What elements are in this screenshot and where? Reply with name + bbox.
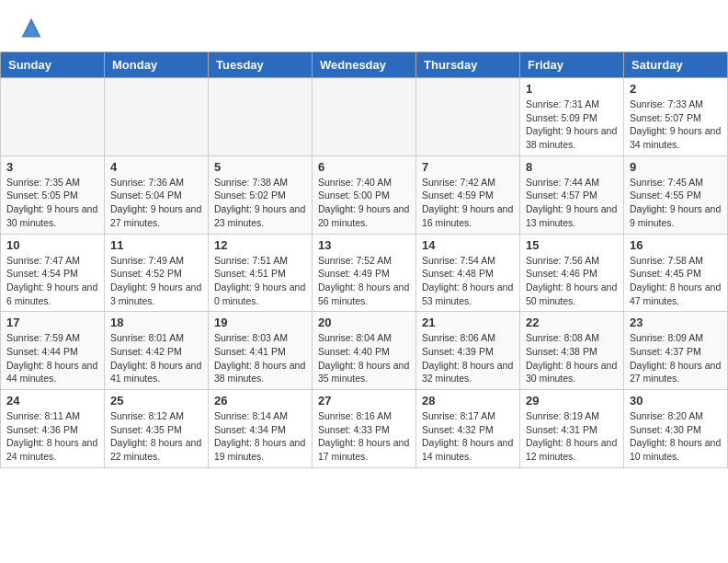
day-info: Sunrise: 8:17 AMSunset: 4:32 PMDaylight:…	[422, 409, 514, 464]
calendar-cell: 13Sunrise: 7:52 AMSunset: 4:49 PMDayligh…	[313, 234, 416, 312]
calendar-cell: 8Sunrise: 7:44 AMSunset: 4:57 PMDaylight…	[520, 155, 624, 234]
calendar-cell: 5Sunrise: 7:38 AMSunset: 5:02 PMDaylight…	[209, 155, 313, 234]
day-info: Sunrise: 7:44 AMSunset: 4:57 PMDaylight:…	[526, 176, 618, 230]
day-info: Sunrise: 7:33 AMSunset: 5:07 PMDaylight:…	[630, 98, 722, 152]
calendar-day-header: Wednesday	[313, 52, 416, 78]
day-info: Sunrise: 7:31 AMSunset: 5:09 PMDaylight:…	[526, 98, 618, 152]
calendar-week-row: 10Sunrise: 7:47 AMSunset: 4:54 PMDayligh…	[1, 234, 728, 312]
day-number: 16	[630, 238, 722, 252]
day-info: Sunrise: 8:19 AMSunset: 4:31 PMDaylight:…	[526, 409, 618, 464]
day-info: Sunrise: 8:01 AMSunset: 4:42 PMDaylight:…	[110, 331, 202, 385]
calendar-header-row: SundayMondayTuesdayWednesdayThursdayFrid…	[1, 52, 728, 78]
day-number: 28	[422, 394, 514, 408]
day-number: 26	[214, 394, 306, 408]
day-info: Sunrise: 8:14 AMSunset: 4:34 PMDaylight:…	[214, 409, 306, 464]
calendar-cell: 19Sunrise: 8:03 AMSunset: 4:41 PMDayligh…	[209, 312, 313, 390]
day-number: 21	[422, 316, 514, 329]
logo-icon	[18, 15, 44, 40]
day-number: 20	[318, 316, 410, 329]
calendar-cell: 18Sunrise: 8:01 AMSunset: 4:42 PMDayligh…	[105, 312, 209, 390]
calendar-cell: 21Sunrise: 8:06 AMSunset: 4:39 PMDayligh…	[416, 312, 520, 390]
day-number: 29	[526, 394, 618, 408]
header	[0, 0, 728, 44]
calendar-cell: 3Sunrise: 7:35 AMSunset: 5:05 PMDaylight…	[1, 155, 105, 234]
calendar-cell: 22Sunrise: 8:08 AMSunset: 4:38 PMDayligh…	[520, 312, 624, 390]
day-number: 5	[214, 160, 306, 174]
day-number: 18	[110, 316, 202, 329]
day-info: Sunrise: 8:03 AMSunset: 4:41 PMDaylight:…	[214, 331, 306, 385]
calendar-cell: 14Sunrise: 7:54 AMSunset: 4:48 PMDayligh…	[416, 234, 520, 312]
calendar-day-header: Saturday	[624, 52, 728, 78]
day-number: 12	[214, 238, 306, 252]
calendar-cell: 15Sunrise: 7:56 AMSunset: 4:46 PMDayligh…	[520, 234, 624, 312]
logo	[18, 15, 48, 40]
calendar-week-row: 1Sunrise: 7:31 AMSunset: 5:09 PMDaylight…	[1, 78, 728, 156]
calendar-week-row: 3Sunrise: 7:35 AMSunset: 5:05 PMDaylight…	[1, 155, 728, 234]
day-number: 14	[422, 238, 514, 252]
calendar-cell: 24Sunrise: 8:11 AMSunset: 4:36 PMDayligh…	[1, 390, 105, 468]
day-number: 19	[214, 316, 306, 329]
day-info: Sunrise: 7:56 AMSunset: 4:46 PMDaylight:…	[526, 254, 618, 308]
calendar-cell: 25Sunrise: 8:12 AMSunset: 4:35 PMDayligh…	[105, 390, 209, 468]
calendar-cell: 17Sunrise: 7:59 AMSunset: 4:44 PMDayligh…	[1, 312, 105, 390]
day-info: Sunrise: 7:58 AMSunset: 4:45 PMDaylight:…	[630, 254, 722, 308]
day-info: Sunrise: 7:36 AMSunset: 5:04 PMDaylight:…	[110, 176, 202, 230]
day-number: 10	[6, 238, 98, 252]
calendar-cell: 23Sunrise: 8:09 AMSunset: 4:37 PMDayligh…	[624, 312, 728, 390]
day-number: 24	[6, 394, 98, 408]
calendar-cell	[209, 78, 313, 156]
calendar-day-header: Thursday	[416, 52, 520, 78]
day-info: Sunrise: 8:20 AMSunset: 4:30 PMDaylight:…	[630, 409, 722, 464]
day-number: 7	[422, 160, 514, 174]
calendar-cell: 2Sunrise: 7:33 AMSunset: 5:07 PMDaylight…	[624, 78, 728, 156]
calendar-cell: 6Sunrise: 7:40 AMSunset: 5:00 PMDaylight…	[313, 155, 416, 234]
day-info: Sunrise: 7:59 AMSunset: 4:44 PMDaylight:…	[6, 331, 98, 385]
calendar-cell: 16Sunrise: 7:58 AMSunset: 4:45 PMDayligh…	[624, 234, 728, 312]
day-number: 3	[6, 160, 98, 174]
calendar-day-header: Friday	[520, 52, 624, 78]
calendar-cell: 1Sunrise: 7:31 AMSunset: 5:09 PMDaylight…	[520, 78, 624, 156]
day-number: 23	[630, 316, 722, 329]
calendar-cell: 10Sunrise: 7:47 AMSunset: 4:54 PMDayligh…	[1, 234, 105, 312]
calendar-cell: 26Sunrise: 8:14 AMSunset: 4:34 PMDayligh…	[209, 390, 313, 468]
day-info: Sunrise: 7:42 AMSunset: 4:59 PMDaylight:…	[422, 176, 514, 230]
day-info: Sunrise: 7:40 AMSunset: 5:00 PMDaylight:…	[318, 176, 410, 230]
day-info: Sunrise: 8:06 AMSunset: 4:39 PMDaylight:…	[422, 331, 514, 385]
day-info: Sunrise: 7:47 AMSunset: 4:54 PMDaylight:…	[6, 254, 98, 308]
calendar-day-header: Monday	[105, 52, 209, 78]
day-info: Sunrise: 8:04 AMSunset: 4:40 PMDaylight:…	[318, 331, 410, 385]
day-info: Sunrise: 8:11 AMSunset: 4:36 PMDaylight:…	[6, 409, 98, 464]
calendar-cell	[105, 78, 209, 156]
day-info: Sunrise: 7:49 AMSunset: 4:52 PMDaylight:…	[110, 254, 202, 308]
calendar-day-header: Sunday	[1, 52, 105, 78]
calendar-cell: 20Sunrise: 8:04 AMSunset: 4:40 PMDayligh…	[313, 312, 416, 390]
calendar-cell: 11Sunrise: 7:49 AMSunset: 4:52 PMDayligh…	[105, 234, 209, 312]
day-number: 15	[526, 238, 618, 252]
day-number: 13	[318, 238, 410, 252]
day-info: Sunrise: 7:52 AMSunset: 4:49 PMDaylight:…	[318, 254, 410, 308]
day-info: Sunrise: 8:12 AMSunset: 4:35 PMDaylight:…	[110, 409, 202, 464]
calendar-cell	[416, 78, 520, 156]
day-info: Sunrise: 7:54 AMSunset: 4:48 PMDaylight:…	[422, 254, 514, 308]
calendar-cell: 28Sunrise: 8:17 AMSunset: 4:32 PMDayligh…	[416, 390, 520, 468]
calendar-cell: 29Sunrise: 8:19 AMSunset: 4:31 PMDayligh…	[520, 390, 624, 468]
calendar-cell	[313, 78, 416, 156]
calendar-week-row: 24Sunrise: 8:11 AMSunset: 4:36 PMDayligh…	[1, 390, 728, 468]
day-number: 17	[6, 316, 98, 329]
day-number: 8	[526, 160, 618, 174]
calendar-cell: 27Sunrise: 8:16 AMSunset: 4:33 PMDayligh…	[313, 390, 416, 468]
day-number: 27	[318, 394, 410, 408]
day-number: 6	[318, 160, 410, 174]
day-info: Sunrise: 7:38 AMSunset: 5:02 PMDaylight:…	[214, 176, 306, 230]
calendar-cell: 12Sunrise: 7:51 AMSunset: 4:51 PMDayligh…	[209, 234, 313, 312]
day-number: 11	[110, 238, 202, 252]
day-info: Sunrise: 7:45 AMSunset: 4:55 PMDaylight:…	[630, 176, 722, 230]
day-number: 25	[110, 394, 202, 408]
day-number: 4	[110, 160, 202, 174]
calendar-cell: 9Sunrise: 7:45 AMSunset: 4:55 PMDaylight…	[624, 155, 728, 234]
calendar-week-row: 17Sunrise: 7:59 AMSunset: 4:44 PMDayligh…	[1, 312, 728, 390]
day-info: Sunrise: 8:16 AMSunset: 4:33 PMDaylight:…	[318, 409, 410, 464]
day-info: Sunrise: 7:51 AMSunset: 4:51 PMDaylight:…	[214, 254, 306, 308]
calendar-cell: 7Sunrise: 7:42 AMSunset: 4:59 PMDaylight…	[416, 155, 520, 234]
calendar-cell: 30Sunrise: 8:20 AMSunset: 4:30 PMDayligh…	[624, 390, 728, 468]
